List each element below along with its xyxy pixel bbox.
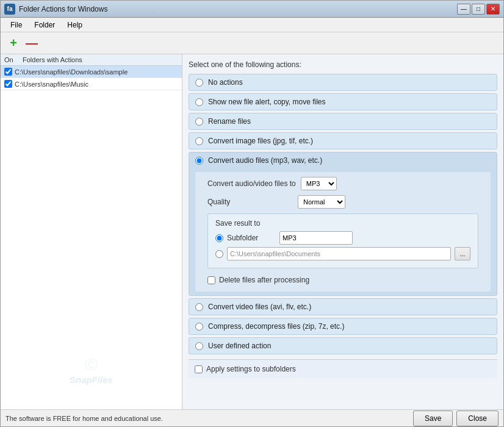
convert-video-label: Convert video files (avi, flv, etc.): [208, 303, 311, 311]
subfolder-row: Subfolder: [215, 231, 470, 245]
radio-convert-video[interactable]: [195, 303, 203, 311]
footer-buttons: Save Close: [413, 411, 499, 426]
radio-user-defined[interactable]: [195, 342, 203, 350]
convert-to-label: Convert audio/video files to: [207, 179, 296, 188]
custom-path-row: ...: [215, 247, 470, 260]
folder-item-1[interactable]: C:\Users\snapfiles\Music: [1, 78, 182, 90]
add-folder-button[interactable]: +: [5, 35, 21, 51]
compress-label: Compress, decompress files (zip, 7z, etc…: [208, 322, 344, 331]
folder-checkbox-0[interactable]: [4, 68, 12, 76]
minimize-button[interactable]: —: [457, 4, 470, 15]
main-window: fa Folder Actions for Windows — □ ✕ File…: [0, 0, 504, 427]
action-convert-image[interactable]: Convert image files (jpg, tif, etc.): [189, 132, 497, 149]
apply-subfolders-row: Apply settings to subfolders: [189, 359, 497, 378]
show-new-file-label: Show new file alert, copy, move files: [208, 98, 326, 106]
close-button[interactable]: Close: [456, 411, 499, 426]
convert-to-row: Convert audio/video files to MP3 WAV AAC…: [207, 177, 478, 190]
convert-to-select[interactable]: MP3 WAV AAC OGG FLAC: [301, 177, 337, 190]
convert-audio-header: Convert audio files (mp3, wav, etc.): [195, 156, 491, 165]
delete-files-row: Delete files after processing: [207, 273, 478, 287]
subfolder-input[interactable]: [279, 231, 353, 245]
radio-compress[interactable]: [195, 323, 203, 331]
left-panel: On Folders with Actions C:\Users\snapfil…: [1, 54, 182, 409]
action-rename-files[interactable]: Rename files: [189, 113, 497, 130]
folder-checkbox-1[interactable]: [4, 80, 12, 88]
save-result-title: Save result to: [215, 219, 470, 228]
apply-subfolders-checkbox[interactable]: [195, 365, 203, 373]
folder-list: C:\Users\snapfiles\Downloads\sample C:\U…: [1, 66, 182, 409]
quality-row: Quality Low Normal High Very High: [207, 195, 478, 209]
radio-subfolder[interactable]: [215, 234, 223, 242]
action-no-actions[interactable]: No actions: [189, 74, 497, 91]
left-panel-header: On Folders with Actions: [1, 54, 182, 66]
save-result-box: Save result to Subfolder ...: [207, 214, 478, 268]
maximize-button[interactable]: □: [472, 4, 485, 15]
action-show-new-file[interactable]: Show new file alert, copy, move files: [189, 93, 497, 110]
folder-path-1: C:\Users\snapfiles\Music: [15, 81, 88, 88]
titlebar-buttons: — □ ✕: [457, 4, 500, 15]
action-compress[interactable]: Compress, decompress files (zip, 7z, etc…: [189, 318, 497, 335]
save-button[interactable]: Save: [413, 411, 453, 426]
convert-audio-body: Convert audio/video files to MP3 WAV AAC…: [195, 172, 491, 292]
main-content: On Folders with Actions C:\Users\snapfil…: [1, 54, 503, 409]
apply-subfolders-label: Apply settings to subfolders: [206, 365, 296, 373]
titlebar-left: fa Folder Actions for Windows: [4, 4, 107, 15]
radio-no-actions[interactable]: [195, 79, 203, 87]
delete-files-checkbox[interactable]: [207, 276, 215, 284]
convert-audio-label: Convert audio files (mp3, wav, etc.): [208, 156, 322, 165]
radio-convert-audio[interactable]: [195, 157, 203, 165]
menu-help[interactable]: Help: [62, 20, 87, 30]
col-on-header: On: [4, 56, 23, 63]
action-convert-audio[interactable]: Convert audio files (mp3, wav, etc.) Con…: [189, 152, 497, 296]
select-action-label: Select one of the following actions:: [189, 60, 497, 69]
no-actions-label: No actions: [208, 78, 243, 87]
radio-convert-image[interactable]: [195, 137, 203, 145]
status-text: The software is FREE for home and educat…: [5, 415, 163, 422]
col-folders-header: Folders with Actions: [23, 56, 178, 63]
quality-label: Quality: [207, 198, 293, 206]
close-window-button[interactable]: ✕: [486, 4, 500, 15]
radio-show-new-file[interactable]: [195, 98, 203, 106]
folder-path-0: C:\Users\snapfiles\Downloads\sample: [15, 68, 128, 76]
custom-path-input[interactable]: [227, 247, 451, 260]
menu-file[interactable]: File: [5, 20, 27, 30]
folder-item-0[interactable]: C:\Users\snapfiles\Downloads\sample: [1, 66, 182, 78]
action-convert-video[interactable]: Convert video files (avi, flv, etc.): [189, 298, 497, 315]
right-panel: Select one of the following actions: No …: [182, 54, 503, 409]
rename-files-label: Rename files: [208, 117, 251, 126]
window-title: Folder Actions for Windows: [19, 5, 107, 13]
subfolder-label: Subfolder: [227, 234, 276, 242]
radio-custom-path[interactable]: [215, 250, 223, 258]
app-icon: fa: [4, 4, 15, 15]
menu-folder[interactable]: Folder: [29, 20, 60, 30]
menubar: File Folder Help: [1, 18, 503, 32]
delete-files-label: Delete files after processing: [219, 276, 309, 284]
titlebar: fa Folder Actions for Windows — □ ✕: [1, 1, 503, 18]
user-defined-label: User defined action: [208, 342, 271, 350]
browse-button[interactable]: ...: [455, 247, 470, 260]
quality-select[interactable]: Low Normal High Very High: [298, 195, 345, 209]
convert-image-label: Convert image files (jpg, tif, etc.): [208, 137, 313, 145]
remove-folder-button[interactable]: —: [24, 35, 40, 51]
status-bar: The software is FREE for home and educat…: [1, 409, 503, 426]
toolbar: + —: [1, 32, 503, 54]
action-user-defined[interactable]: User defined action: [189, 337, 497, 354]
radio-rename-files[interactable]: [195, 118, 203, 126]
